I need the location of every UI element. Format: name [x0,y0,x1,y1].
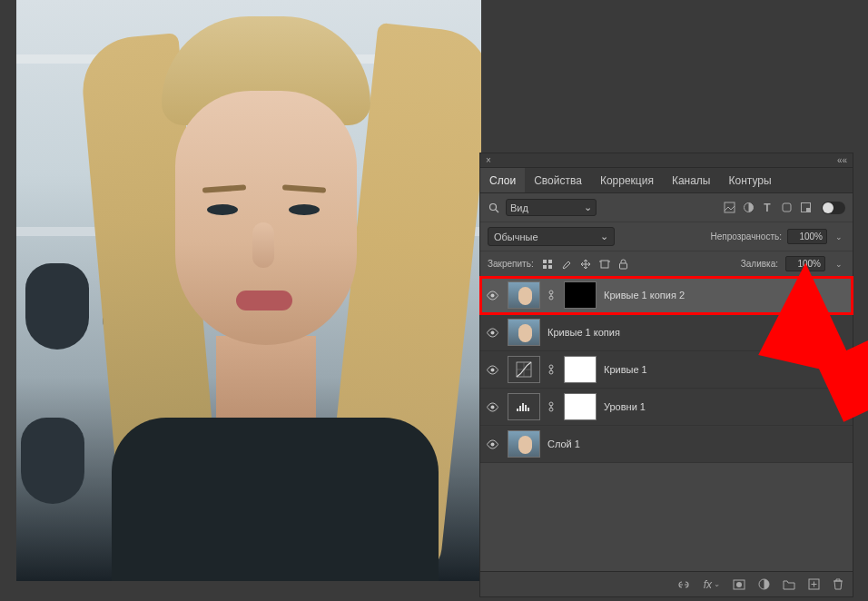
type-filter-icon[interactable]: T [761,202,774,214]
fill-label: Заливка: [741,259,778,269]
opacity-field[interactable]: 100% [787,229,827,244]
shape-filter-icon[interactable] [780,202,793,214]
tab-adjustments[interactable]: Коррекция [591,168,663,192]
adjustment-add-icon[interactable] [758,578,770,590]
opacity-label: Непрозрачность: [710,232,782,241]
lock-brush-icon[interactable] [560,258,573,271]
layer-name-label[interactable]: Кривые 1 копия [547,327,620,338]
svg-rect-6 [806,208,811,212]
visibility-eye-icon[interactable] [486,291,500,300]
portrait-eye-left [207,204,238,215]
mask-add-icon[interactable] [733,579,745,590]
svg-rect-32 [528,408,529,411]
layer-thumbnail[interactable] [508,319,540,346]
blend-mode-value: Обычные [494,232,538,242]
svg-point-36 [491,442,495,446]
svg-rect-29 [519,406,521,411]
panel-footer: fx⌄ [480,571,853,596]
canvas-image [16,0,481,581]
layer-name-label[interactable]: Кривые 1 [604,364,647,375]
group-icon[interactable] [783,579,795,590]
layer-mask-thumbnail[interactable] [564,281,597,309]
trash-icon[interactable] [833,578,843,590]
lock-icons [541,258,630,271]
bg-mask-1 [25,263,89,350]
fx-icon[interactable]: fx⌄ [704,578,720,591]
bg-mask-3 [21,418,84,504]
lock-all-icon[interactable] [617,258,630,271]
tab-layers[interactable]: Слои [480,168,525,192]
svg-point-0 [490,203,497,210]
layer-thumbnail[interactable] [508,430,540,458]
chevron-down-icon: ⌄ [584,202,592,213]
blend-mode-select[interactable]: Обычные ⌄ [488,227,615,246]
lock-label: Закрепить: [488,259,534,269]
close-icon[interactable]: × [486,155,491,165]
svg-rect-31 [525,405,527,411]
levels-adjustment-icon [508,393,540,420]
layer-mask-thumbnail[interactable] [564,356,597,383]
visibility-eye-icon[interactable] [486,365,500,375]
fill-field[interactable]: 100% [785,256,825,271]
mask-link-icon[interactable] [547,401,557,412]
mask-link-icon[interactable] [547,364,557,375]
svg-rect-4 [783,203,791,212]
layer-mask-thumbnail[interactable] [564,393,597,420]
adjustment-filter-icon[interactable] [742,202,755,214]
svg-rect-8 [548,260,552,263]
svg-point-19 [491,330,495,334]
panel-topbar: × «« [480,153,853,168]
filter-toggle[interactable] [822,202,845,214]
mask-link-icon[interactable] [547,290,557,300]
tab-properties[interactable]: Свойства [525,168,591,192]
filter-kind-label: Вид [510,202,528,213]
layer-row[interactable]: Кривые 1 копия 2 [480,277,853,314]
layers-panel: × «« Слои Свойства Коррекция Каналы Конт… [479,153,853,597]
layer-thumbnail[interactable] [508,281,540,309]
svg-point-20 [491,368,495,371]
panel-tabs: Слои Свойства Коррекция Каналы Контуры [480,168,853,193]
layer-row[interactable]: Кривые 1 [480,351,853,389]
layer-row[interactable]: Уровни 1 [480,389,853,426]
lock-pixels-icon[interactable] [541,258,554,271]
svg-rect-10 [548,265,552,269]
layer-name-label[interactable]: Кривые 1 копия 2 [604,290,685,300]
svg-point-27 [491,405,495,409]
chevron-down-icon[interactable]: ⌄ [833,232,845,241]
layer-row[interactable]: Слой 1 [480,426,853,463]
lock-row: Закрепить: Заливка: 100% ⌄ [480,251,853,277]
svg-line-1 [496,210,498,212]
visibility-eye-icon[interactable] [486,328,500,338]
smartobj-filter-icon[interactable] [799,202,812,214]
svg-rect-9 [543,265,547,269]
portrait-jacket [112,418,439,581]
filter-row: Вид ⌄ T [480,193,853,222]
link-icon[interactable] [676,580,691,589]
portrait-nose [252,222,274,268]
layer-name-label[interactable]: Слой 1 [547,438,580,449]
filter-kind-select[interactable]: Вид ⌄ [506,199,597,216]
chevron-down-icon[interactable]: ⌄ [833,260,845,269]
svg-rect-28 [517,409,518,411]
filter-type-icons: T [723,202,845,214]
layers-list: Кривые 1 копия 2Кривые 1 копияКривые 1Ур… [480,277,853,463]
blend-row: Обычные ⌄ Непрозрачность: 100% ⌄ [480,222,853,251]
layer-row[interactable]: Кривые 1 копия [480,314,853,351]
canvas-area[interactable] [16,0,481,581]
svg-point-38 [736,582,742,587]
lock-artboard-icon[interactable] [598,258,611,271]
new-layer-icon[interactable] [808,578,820,590]
panel-menu-icon[interactable]: «« [837,155,847,165]
image-filter-icon[interactable] [723,202,735,214]
visibility-eye-icon[interactable] [486,402,500,412]
layer-name-label[interactable]: Уровни 1 [604,401,646,412]
tab-paths[interactable]: Контуры [720,168,781,192]
visibility-eye-icon[interactable] [486,439,500,449]
lock-move-icon[interactable] [579,258,592,271]
svg-rect-11 [601,261,608,268]
tab-channels[interactable]: Каналы [663,168,720,192]
portrait-eye-right [289,204,320,215]
search-icon[interactable] [488,202,500,214]
curves-adjustment-icon [508,356,540,383]
svg-rect-14 [620,263,627,269]
